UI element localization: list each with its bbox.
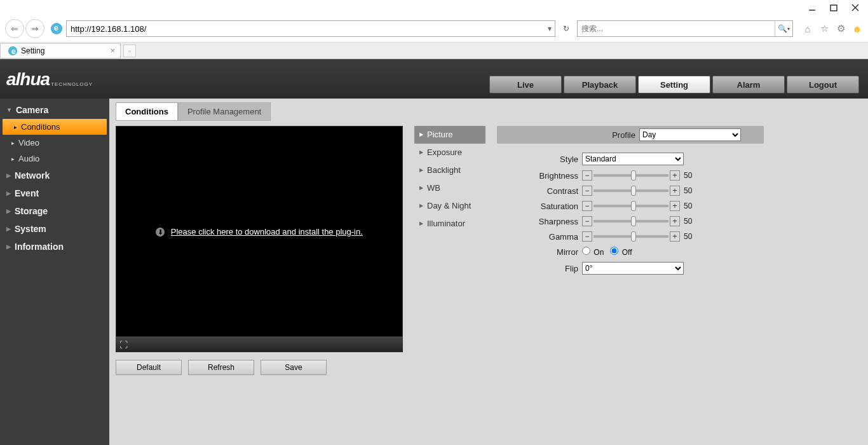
saturation-value: 50 <box>684 202 692 210</box>
mirror-label: Mirror <box>497 247 578 257</box>
arrow-right-icon: ▶ <box>419 167 423 173</box>
back-button[interactable]: ⇐ <box>5 19 24 38</box>
gamma-minus[interactable]: − <box>582 231 592 242</box>
browser-chrome: ⇐ ⇒ http://192.168.1.108/ ▾ ↻ 🔍▾ ⌂ ☆ ⚙ ☻… <box>0 0 868 59</box>
arrow-right-icon: ▶ <box>419 132 423 137</box>
chevron-icon: ▶ <box>6 208 11 214</box>
profile-label: Profile <box>612 130 635 140</box>
gamma-slider[interactable] <box>593 235 668 238</box>
gamma-value: 50 <box>684 232 692 241</box>
sharpness-value: 50 <box>684 217 692 226</box>
sidebar-section-information[interactable]: ▶Information <box>0 238 109 256</box>
ie-icon <box>8 46 17 55</box>
style-label: Style <box>497 154 578 164</box>
sharpness-minus[interactable]: − <box>582 216 592 226</box>
minimize-icon[interactable] <box>808 4 816 11</box>
brightness-value: 50 <box>684 171 692 180</box>
top-nav-alarm[interactable]: Alarm <box>712 76 785 93</box>
sidebar-section-event[interactable]: ▶Event <box>0 184 109 202</box>
refresh-button[interactable]: Refresh <box>188 360 254 375</box>
chevron-icon: ▶ <box>6 190 11 196</box>
brand-logo: alhua TECHNOLOGY <box>6 69 93 99</box>
tab-conditions[interactable]: Conditions <box>116 102 178 121</box>
top-nav-logout[interactable]: Logout <box>787 76 859 93</box>
chevron-icon: ▶ <box>6 243 11 250</box>
ie-icon <box>51 23 62 34</box>
favorites-icon[interactable]: ☆ <box>818 23 830 34</box>
sidebar-item-audio[interactable]: ▸Audio <box>0 151 109 167</box>
profile-select[interactable]: Day <box>639 128 741 141</box>
flip-select[interactable]: 0° <box>582 262 684 275</box>
new-tab-button[interactable]: ▫ <box>123 44 136 57</box>
browser-tab[interactable]: Setting × <box>0 43 121 58</box>
tree-item-day-night[interactable]: ▶Day & Night <box>414 197 485 215</box>
download-icon: ⬇ <box>156 228 165 236</box>
fullscreen-icon[interactable]: ⛶ <box>119 340 128 350</box>
chevron-icon: ▶ <box>6 172 11 179</box>
arrow-right-icon: ▶ <box>419 149 423 155</box>
sidebar-section-camera[interactable]: ▼Camera <box>0 101 109 119</box>
saturation-slider[interactable] <box>593 205 668 207</box>
style-select[interactable]: Standard <box>582 153 684 165</box>
tree-item-picture[interactable]: ▶Picture <box>414 126 485 144</box>
tree-item-illuminator[interactable]: ▶Illuminator <box>414 215 485 233</box>
sidebar-item-conditions[interactable]: ▸Conditions <box>3 119 107 135</box>
saturation-label: Saturation <box>497 202 578 211</box>
video-preview: ⬇ Please click here to download and inst… <box>116 126 403 337</box>
top-nav-playback[interactable]: Playback <box>564 76 636 93</box>
chevron-right-icon: ▸ <box>11 156 15 162</box>
home-icon[interactable]: ⌂ <box>802 23 813 34</box>
maximize-icon[interactable] <box>830 4 837 11</box>
arrow-right-icon: ▶ <box>419 221 423 226</box>
url-dropdown-icon[interactable]: ▾ <box>543 24 555 33</box>
brightness-plus[interactable]: + <box>670 170 680 181</box>
top-nav-setting[interactable]: Setting <box>638 76 710 93</box>
sidebar-section-system[interactable]: ▶System <box>0 220 109 238</box>
tree-item-exposure[interactable]: ▶Exposure <box>414 144 485 161</box>
save-button[interactable]: Save <box>261 360 327 375</box>
sharpness-plus[interactable]: + <box>670 216 680 226</box>
content-area: ConditionsProfile Management ⬇ Please cl… <box>109 99 868 445</box>
contrast-minus[interactable]: − <box>582 186 592 196</box>
arrow-right-icon: ▶ <box>419 203 423 209</box>
sharpness-label: Sharpness <box>497 217 578 226</box>
tree-item-wb[interactable]: ▶WB <box>414 179 485 197</box>
saturation-plus[interactable]: + <box>670 201 680 211</box>
tab-close-icon[interactable]: × <box>110 46 115 55</box>
flip-label: Flip <box>497 264 578 273</box>
chevron-icon: ▼ <box>6 107 12 113</box>
sidebar: ▼Camera▸Conditions▸Video▸Audio▶Network▶E… <box>0 99 109 445</box>
saturation-minus[interactable]: − <box>582 201 592 211</box>
sharpness-slider[interactable] <box>593 220 668 222</box>
svg-rect-1 <box>831 5 837 11</box>
search-button[interactable]: 🔍▾ <box>775 21 792 36</box>
url-input[interactable]: http://192.168.1.108/ <box>67 24 543 34</box>
brightness-slider[interactable] <box>593 174 668 177</box>
gamma-plus[interactable]: + <box>670 231 680 242</box>
search-input[interactable] <box>578 24 775 33</box>
forward-button[interactable]: ⇒ <box>25 19 44 38</box>
chevron-right-icon: ▸ <box>14 124 17 130</box>
gear-icon[interactable]: ⚙ <box>835 23 846 34</box>
sidebar-section-network[interactable]: ▶Network <box>0 167 109 184</box>
chevron-icon: ▶ <box>6 226 11 232</box>
tree-item-backlight[interactable]: ▶Backlight <box>414 161 485 179</box>
brightness-minus[interactable]: − <box>582 170 592 181</box>
close-icon[interactable] <box>851 4 859 11</box>
contrast-label: Contrast <box>497 186 578 196</box>
top-nav-live[interactable]: Live <box>489 76 562 93</box>
sidebar-section-storage[interactable]: ▶Storage <box>0 202 109 220</box>
refresh-icon[interactable]: ↻ <box>559 20 573 37</box>
mirror-on-radio[interactable] <box>582 247 590 255</box>
default-button[interactable]: Default <box>116 360 182 375</box>
tab-profile-management[interactable]: Profile Management <box>178 102 271 121</box>
sidebar-item-video[interactable]: ▸Video <box>0 135 109 151</box>
contrast-plus[interactable]: + <box>670 186 680 196</box>
contrast-value: 50 <box>684 186 692 195</box>
plugin-download-link[interactable]: Please click here to download and instal… <box>171 227 363 236</box>
contrast-slider[interactable] <box>593 189 668 192</box>
mirror-off-radio[interactable] <box>610 247 618 255</box>
arrow-right-icon: ▶ <box>419 185 423 191</box>
gamma-label: Gamma <box>497 232 578 242</box>
emoji-icon[interactable]: ☻ <box>851 23 863 34</box>
